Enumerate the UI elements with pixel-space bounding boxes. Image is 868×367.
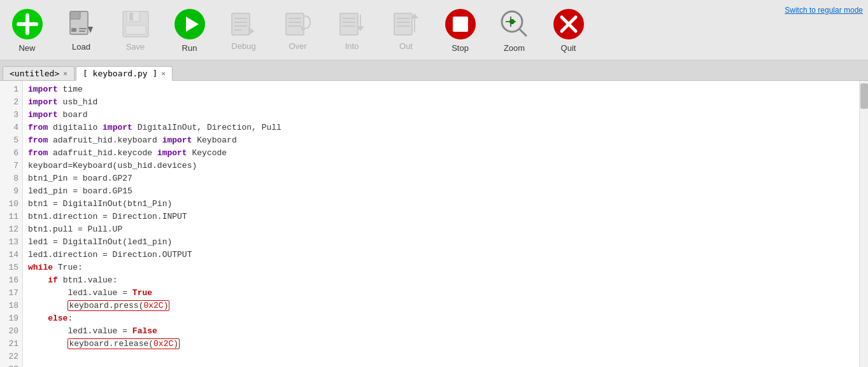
svg-rect-15: [232, 13, 250, 35]
svg-rect-11: [129, 13, 133, 20]
svg-rect-7: [79, 31, 85, 32]
debug-label: Debug: [231, 41, 255, 51]
zoom-label: Zoom: [504, 43, 525, 53]
toolbar: New Load Save Run: [0, 0, 868, 60]
over-button[interactable]: Over: [271, 7, 325, 53]
tab-untitled-label: <untitled>: [10, 69, 59, 78]
zoom-button[interactable]: Zoom: [487, 5, 541, 55]
svg-marker-20: [248, 27, 255, 35]
save-button[interactable]: Save: [108, 6, 162, 54]
svg-marker-8: [88, 27, 93, 33]
svg-rect-21: [286, 13, 304, 35]
run-label: Run: [182, 43, 197, 53]
tab-keyboard[interactable]: [ keyboard.py ] ✕: [76, 66, 173, 81]
switch-mode-link[interactable]: Switch to regular mode: [785, 5, 863, 16]
svg-rect-32: [394, 13, 412, 35]
debug-button[interactable]: Debug: [217, 7, 271, 53]
scroll-thumb[interactable]: [860, 83, 868, 109]
svg-point-44: [509, 19, 515, 24]
code-area: 12345 678910 1112131415 1617181920 21222…: [0, 81, 868, 367]
tab-untitled-close[interactable]: ✕: [63, 69, 68, 78]
quit-button[interactable]: Quit: [541, 5, 595, 55]
svg-line-45: [520, 29, 526, 36]
svg-rect-26: [340, 13, 358, 35]
svg-rect-6: [79, 28, 87, 29]
stop-button[interactable]: Stop: [433, 5, 487, 55]
out-label: Out: [399, 41, 413, 51]
code-editor[interactable]: import time import usb_hid import board …: [23, 81, 859, 367]
load-label: Load: [72, 42, 90, 52]
out-button[interactable]: Out: [379, 7, 433, 53]
svg-rect-5: [71, 28, 76, 32]
into-label: Into: [345, 41, 359, 51]
svg-rect-4: [70, 11, 80, 19]
svg-rect-12: [125, 25, 146, 34]
run-button[interactable]: Run: [162, 5, 217, 55]
tabs-bar: <untitled> ✕ [ keyboard.py ] ✕: [0, 60, 868, 81]
load-button[interactable]: Load: [54, 6, 108, 54]
over-label: Over: [288, 41, 306, 51]
scrollbar[interactable]: [859, 81, 868, 367]
save-label: Save: [126, 42, 145, 52]
svg-rect-39: [453, 17, 468, 32]
into-button[interactable]: Into: [325, 7, 379, 53]
tab-keyboard-label: [ keyboard.py ]: [83, 69, 157, 78]
new-button[interactable]: New: [0, 5, 54, 55]
quit-label: Quit: [561, 43, 576, 53]
tab-keyboard-close[interactable]: ✕: [161, 69, 166, 78]
stop-label: Stop: [452, 43, 469, 53]
line-numbers: 12345 678910 1112131415 1617181920 21222…: [0, 81, 23, 367]
tab-untitled[interactable]: <untitled> ✕: [3, 66, 75, 80]
new-label: New: [18, 43, 35, 53]
